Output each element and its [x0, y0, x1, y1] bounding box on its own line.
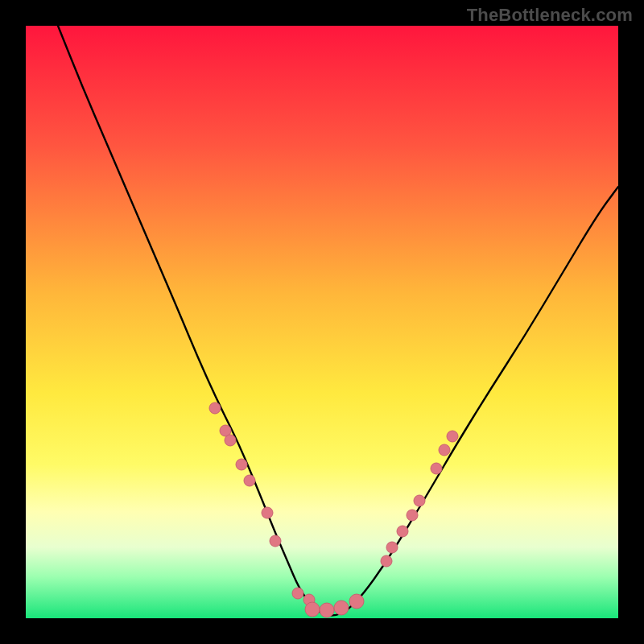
data-dot — [209, 402, 221, 414]
data-dot — [292, 588, 303, 599]
data-dot — [386, 542, 398, 553]
data-dot — [244, 475, 255, 486]
data-dot — [225, 435, 236, 446]
data-dot — [397, 526, 408, 537]
data-dot — [305, 602, 320, 617]
watermark-text: TheBottleneck.com — [467, 5, 633, 26]
data-dot — [439, 444, 450, 456]
data-dot — [414, 495, 425, 506]
plot-area — [26, 26, 618, 618]
data-dot — [320, 603, 334, 617]
data-dot — [270, 535, 281, 547]
curve-layer — [26, 26, 618, 618]
data-dot — [381, 555, 392, 567]
data-dot — [447, 431, 458, 442]
chart-frame: TheBottleneck.com — [0, 0, 644, 644]
data-dot — [431, 463, 442, 474]
data-dot — [407, 510, 418, 521]
data-dot — [334, 601, 349, 615]
bottleneck-curve — [58, 26, 618, 616]
data-dot — [236, 459, 247, 470]
data-dot — [349, 594, 364, 609]
dots-group — [209, 402, 458, 617]
data-dot — [262, 507, 273, 518]
